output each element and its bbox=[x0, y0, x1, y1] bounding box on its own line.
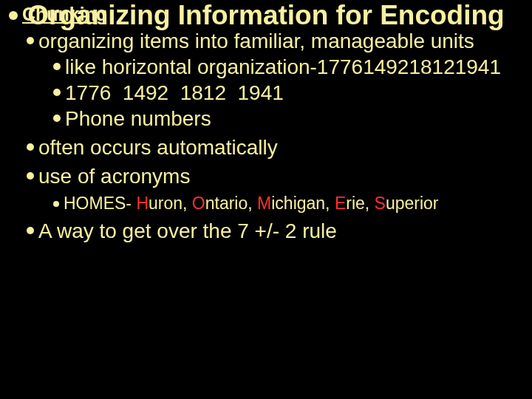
bullet-rule: A way to get over the 7 +/- 2 rule bbox=[27, 218, 525, 244]
bullet-icon bbox=[53, 201, 59, 207]
bullet-acronyms: use of acronyms bbox=[27, 163, 525, 189]
bullet-text: A way to get over the 7 +/- 2 rule bbox=[38, 218, 337, 244]
bullet-organizing: organizing items into familiar, manageab… bbox=[27, 28, 525, 54]
bullet-text: HOMES- Huron, Ontario, Michigan, Erie, S… bbox=[64, 194, 439, 214]
bullet-icon bbox=[53, 115, 61, 122]
bullet-often: often occurs automatically bbox=[27, 134, 525, 160]
slide-content: Chunking organizing items into familiar,… bbox=[0, 4, 532, 245]
letter-m: M bbox=[257, 194, 271, 213]
letter-e: E bbox=[335, 194, 346, 213]
bullet-icon bbox=[27, 143, 34, 151]
bullet-text: Phone numbers bbox=[65, 106, 211, 132]
heading-text: Chunking bbox=[22, 4, 107, 25]
bullet-text: organizing items into familiar, manageab… bbox=[38, 28, 474, 54]
letter-h: H bbox=[136, 194, 149, 213]
bullet-icon bbox=[27, 172, 34, 180]
bullet-homes: HOMES- Huron, Ontario, Michigan, Erie, S… bbox=[53, 194, 525, 214]
bullet-text: like horizontal organization-17761492181… bbox=[65, 54, 501, 80]
bullet-horizontal: like horizontal organization-17761492181… bbox=[53, 54, 525, 80]
txt: rie, bbox=[346, 194, 374, 213]
txt: uperior bbox=[386, 194, 439, 213]
bullet-phone: Phone numbers bbox=[53, 106, 525, 132]
bullet-text: often occurs automatically bbox=[38, 134, 278, 160]
bullet-icon bbox=[27, 227, 34, 234]
bullet-icon bbox=[9, 11, 18, 20]
bullet-icon bbox=[27, 37, 34, 44]
bullet-text: use of acronyms bbox=[38, 163, 190, 189]
bullet-years: 1776 1492 1812 1941 bbox=[53, 80, 525, 106]
homes-prefix: HOMES- bbox=[64, 194, 136, 213]
txt: ichigan, bbox=[271, 194, 335, 213]
slide: Organizing Information for Encoding Chun… bbox=[0, 0, 532, 399]
letter-o: O bbox=[192, 194, 205, 213]
bullet-icon bbox=[53, 63, 61, 70]
letter-s: S bbox=[375, 194, 386, 213]
bullet-icon bbox=[53, 89, 61, 96]
txt: ntario, bbox=[205, 194, 257, 213]
txt: uron, bbox=[149, 194, 192, 213]
bullet-text: 1776 1492 1812 1941 bbox=[65, 80, 284, 106]
